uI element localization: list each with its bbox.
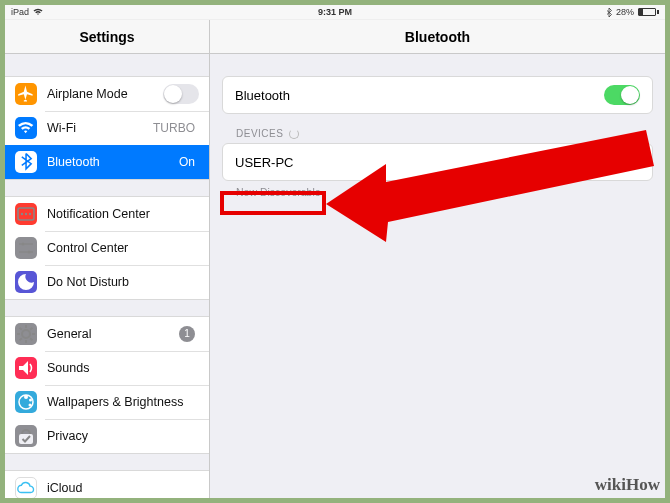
- status-bar: iPad 9:31 PM 28%: [5, 5, 665, 20]
- bluetooth-status-icon: [606, 8, 612, 17]
- wifi-icon: [33, 8, 43, 16]
- sounds-icon: [15, 357, 37, 379]
- sidebar-item-label: Bluetooth: [47, 155, 179, 169]
- sidebar-item-label: Wallpapers & Brightness: [47, 395, 199, 409]
- notif-icon: [15, 203, 37, 225]
- svg-point-8: [22, 330, 30, 338]
- device-row[interactable]: USER-PC Not Connected i: [223, 144, 652, 180]
- sidebar-item-badge: 1: [179, 326, 195, 342]
- watermark: wikiHow: [595, 475, 660, 495]
- sidebar-item-general[interactable]: General1: [5, 317, 209, 351]
- bluetooth-toggle-row[interactable]: Bluetooth: [223, 77, 652, 113]
- sidebar-item-wifi[interactable]: Wi-FiTURBO: [5, 111, 209, 145]
- sidebar-item-dnd[interactable]: Do Not Disturb: [5, 265, 209, 299]
- sidebar-item-label: Do Not Disturb: [47, 275, 199, 289]
- sidebar[interactable]: Airplane ModeWi-FiTURBOBluetoothOnNotifi…: [5, 54, 210, 498]
- sidebar-item-bluetooth[interactable]: BluetoothOn: [5, 145, 209, 179]
- discoverable-text: Now Discoverable: [222, 181, 653, 203]
- sidebar-item-label: Wi-Fi: [47, 121, 153, 135]
- sidebar-item-sounds[interactable]: Sounds: [5, 351, 209, 385]
- device-frame: iPad 9:31 PM 28% Settings Bluetooth Airp…: [5, 5, 665, 498]
- sidebar-item-value: TURBO: [153, 121, 195, 135]
- device-status: Not Connected: [538, 155, 618, 169]
- header: Settings Bluetooth: [5, 20, 665, 54]
- svg-point-18: [24, 395, 28, 399]
- icloud-icon: [15, 477, 37, 498]
- device-name-label: USER-PC: [235, 155, 538, 170]
- status-time: 9:31 PM: [227, 7, 443, 17]
- devices-header: DEVICES: [222, 114, 653, 143]
- airplane-icon: [15, 83, 37, 105]
- sidebar-item-airplane[interactable]: Airplane Mode: [5, 77, 209, 111]
- privacy-icon: [15, 425, 37, 447]
- bluetooth-switch[interactable]: [604, 85, 640, 105]
- svg-point-1: [21, 213, 23, 215]
- svg-point-2: [25, 213, 27, 215]
- svg-point-19: [29, 399, 32, 402]
- sidebar-item-label: Privacy: [47, 429, 199, 443]
- svg-line-14: [30, 338, 32, 340]
- control-icon: [15, 237, 37, 259]
- sidebar-item-control[interactable]: Control Center: [5, 231, 209, 265]
- dnd-icon: [15, 271, 37, 293]
- device-name: iPad: [11, 7, 29, 17]
- sidebar-item-label: iCloud: [47, 481, 199, 495]
- sidebar-item-label: Notification Center: [47, 207, 199, 221]
- wifi-icon: [15, 117, 37, 139]
- svg-line-13: [20, 328, 22, 330]
- svg-rect-5: [19, 243, 33, 244]
- content-title: Bluetooth: [210, 20, 665, 53]
- sidebar-item-label: Sounds: [47, 361, 199, 375]
- sidebar-item-wallpaper[interactable]: Wallpapers & Brightness: [5, 385, 209, 419]
- info-icon[interactable]: i: [624, 154, 640, 170]
- wallpaper-icon: [15, 391, 37, 413]
- sidebar-item-icloud[interactable]: iCloud: [5, 471, 209, 498]
- svg-line-16: [30, 328, 32, 330]
- content-pane: Bluetooth DEVICES USER-PC Not Connected …: [210, 54, 665, 498]
- sidebar-item-value: On: [179, 155, 195, 169]
- battery-icon: [638, 8, 659, 16]
- svg-rect-7: [19, 251, 33, 252]
- devices-card: USER-PC Not Connected i: [222, 143, 653, 181]
- svg-point-3: [29, 213, 31, 215]
- svg-line-15: [20, 338, 22, 340]
- sidebar-item-privacy[interactable]: Privacy: [5, 419, 209, 453]
- sidebar-title: Settings: [5, 20, 210, 53]
- sidebar-item-notif[interactable]: Notification Center: [5, 197, 209, 231]
- sidebar-item-label: Airplane Mode: [47, 87, 163, 101]
- sidebar-item-label: General: [47, 327, 179, 341]
- airplane-switch[interactable]: [163, 84, 199, 104]
- svg-point-20: [29, 404, 32, 407]
- battery-pct: 28%: [616, 7, 634, 17]
- spinner-icon: [289, 129, 299, 139]
- sidebar-item-label: Control Center: [47, 241, 199, 255]
- general-icon: [15, 323, 37, 345]
- bluetooth-toggle-card: Bluetooth: [222, 76, 653, 114]
- bluetooth-toggle-label: Bluetooth: [235, 88, 604, 103]
- bluetooth-icon: [15, 151, 37, 173]
